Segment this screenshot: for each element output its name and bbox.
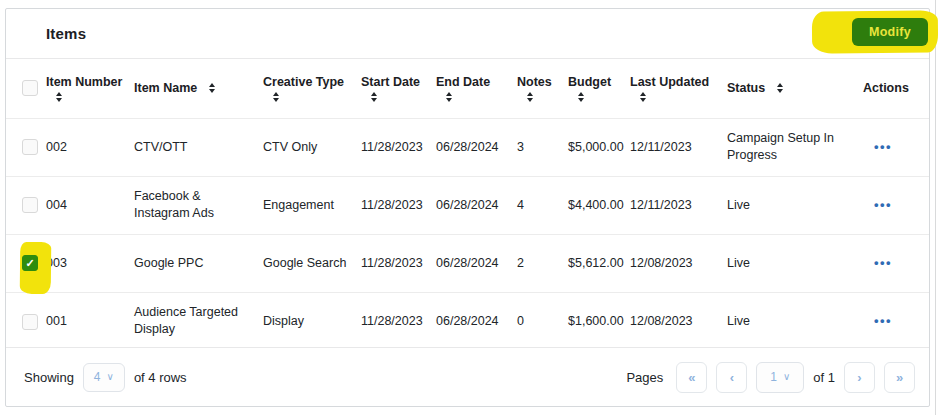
column-header-status[interactable]: Status xyxy=(722,59,858,118)
sort-icon[interactable] xyxy=(371,92,377,102)
sort-icon[interactable] xyxy=(527,92,533,102)
cell-item-name: Google PPC xyxy=(129,234,258,292)
chevron-right-icon: › xyxy=(857,370,861,385)
cell-actions: ••• xyxy=(858,176,929,234)
cell-start-date: 11/28/2023 xyxy=(356,176,431,234)
cell-status: Campaign Setup In Progress xyxy=(722,118,858,176)
cell-end-date: 06/28/2024 xyxy=(431,176,512,234)
cell-creative-type: Display xyxy=(258,292,356,350)
cell-budget: $4,400.00 xyxy=(563,176,625,234)
row-actions-menu-icon[interactable]: ••• xyxy=(874,138,892,156)
cell-end-date: 06/28/2024 xyxy=(431,292,512,350)
sort-icon[interactable] xyxy=(640,92,646,102)
row-checkbox[interactable]: ✓ xyxy=(22,255,38,271)
cell-end-date: 06/28/2024 xyxy=(431,118,512,176)
cell-item-number: 003 xyxy=(41,234,129,292)
items-panel: Items Modify Item Number Item Name xyxy=(5,8,930,407)
cell-item-number: 001 xyxy=(41,292,129,350)
cell-item-number: 004 xyxy=(41,176,129,234)
row-actions-menu-icon[interactable]: ••• xyxy=(874,196,892,214)
cell-notes: 2 xyxy=(512,234,563,292)
chevron-down-icon: ∨ xyxy=(107,372,114,382)
table-row: ✓ 004 Facebook & Instagram Ads Engagemen… xyxy=(6,176,929,234)
cell-notes: 4 xyxy=(512,176,563,234)
cell-last-updated: 12/08/2023 xyxy=(625,292,722,350)
column-header-end-date[interactable]: End Date xyxy=(431,59,512,118)
page-select[interactable]: 1 ∨ xyxy=(756,362,804,393)
page-edge-divider xyxy=(935,0,936,415)
cell-item-name: CTV/OTT xyxy=(129,118,258,176)
sort-icon[interactable] xyxy=(56,92,62,102)
modify-button[interactable]: Modify xyxy=(852,18,928,46)
table-header-row: Item Number Item Name Creative Type Star… xyxy=(6,59,929,118)
column-header-notes[interactable]: Notes xyxy=(512,59,563,118)
cell-budget: $5,612.00 xyxy=(563,234,625,292)
row-checkbox[interactable]: ✓ xyxy=(22,197,38,213)
sort-icon[interactable] xyxy=(446,92,452,102)
cell-item-number: 002 xyxy=(41,118,129,176)
cell-start-date: 11/28/2023 xyxy=(356,234,431,292)
cell-budget: $5,000.00 xyxy=(563,118,625,176)
table-row: ✓ 002 CTV/OTT CTV Only 11/28/2023 06/28/… xyxy=(6,118,929,176)
column-header-budget[interactable]: Budget xyxy=(563,59,625,118)
cell-creative-type: Google Search xyxy=(258,234,356,292)
column-header-item-number[interactable]: Item Number xyxy=(41,59,129,118)
last-page-button[interactable]: » xyxy=(884,362,915,393)
next-page-button[interactable]: › xyxy=(844,362,875,393)
page-title: Items xyxy=(46,25,86,42)
table-row: ✓ 003 Google PPC Google Search 11/28/202… xyxy=(6,234,929,292)
check-icon: ✓ xyxy=(25,258,34,269)
cell-start-date: 11/28/2023 xyxy=(356,118,431,176)
cell-status: Live xyxy=(722,176,858,234)
row-checkbox[interactable]: ✓ xyxy=(22,139,38,155)
cell-notes: 0 xyxy=(512,292,563,350)
row-checkbox[interactable]: ✓ xyxy=(22,314,38,330)
showing-label: Showing xyxy=(24,370,74,385)
sort-icon[interactable] xyxy=(273,92,279,102)
table-row: ✓ 001 Audience Targeted Display Display … xyxy=(6,292,929,350)
chevron-left-icon: ‹ xyxy=(730,370,734,385)
rows-count-label: of 4 rows xyxy=(134,370,187,385)
column-header-actions: Actions xyxy=(858,59,929,118)
cell-actions: ••• xyxy=(858,234,929,292)
cell-actions: ••• xyxy=(858,118,929,176)
pages-label: Pages xyxy=(626,370,663,385)
panel-titlebar: Items Modify xyxy=(6,9,929,59)
cell-last-updated: 12/08/2023 xyxy=(625,234,722,292)
column-header-item-name[interactable]: Item Name xyxy=(129,59,258,118)
row-actions-menu-icon[interactable]: ••• xyxy=(874,312,892,330)
first-page-button[interactable]: « xyxy=(676,362,707,393)
page-count-label: of 1 xyxy=(813,370,835,385)
column-header-last-updated[interactable]: Last Updated xyxy=(625,59,722,118)
cell-creative-type: CTV Only xyxy=(258,118,356,176)
select-all-checkbox[interactable] xyxy=(22,80,38,96)
cell-item-name: Audience Targeted Display xyxy=(129,292,258,350)
column-header-start-date[interactable]: Start Date xyxy=(356,59,431,118)
cell-end-date: 06/28/2024 xyxy=(431,234,512,292)
cell-status: Live xyxy=(722,292,858,350)
cell-budget: $1,600.00 xyxy=(563,292,625,350)
column-header-creative-type[interactable]: Creative Type xyxy=(258,59,356,118)
sort-icon[interactable] xyxy=(578,92,584,102)
row-actions-menu-icon[interactable]: ••• xyxy=(874,254,892,272)
cell-status: Live xyxy=(722,234,858,292)
table-footer: Showing 4 ∨ of 4 rows Pages « ‹ 1 ∨ of 1… xyxy=(6,347,929,406)
sort-icon[interactable] xyxy=(777,83,783,93)
sort-icon[interactable] xyxy=(209,83,215,93)
rows-per-page-select[interactable]: 4 ∨ xyxy=(83,363,125,392)
prev-page-button[interactable]: ‹ xyxy=(716,362,747,393)
double-chevron-left-icon: « xyxy=(688,370,695,385)
cell-actions: ••• xyxy=(858,292,929,350)
cell-item-name: Facebook & Instagram Ads xyxy=(129,176,258,234)
cell-last-updated: 12/11/2023 xyxy=(625,176,722,234)
double-chevron-right-icon: » xyxy=(896,370,903,385)
cell-creative-type: Engagement xyxy=(258,176,356,234)
cell-start-date: 11/28/2023 xyxy=(356,292,431,350)
items-table: Item Number Item Name Creative Type Star… xyxy=(6,59,929,350)
chevron-down-icon: ∨ xyxy=(783,372,790,382)
cell-notes: 3 xyxy=(512,118,563,176)
cell-last-updated: 12/11/2023 xyxy=(625,118,722,176)
